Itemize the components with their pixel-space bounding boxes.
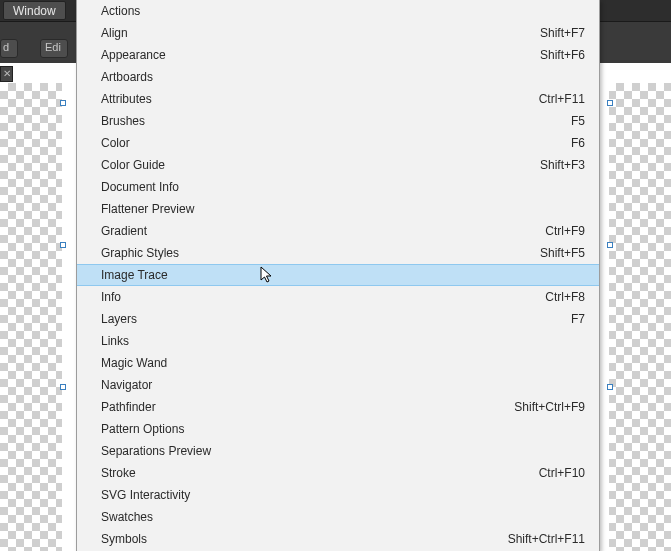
menu-item-label: Info xyxy=(101,290,545,304)
menu-item-shortcut: Shift+Ctrl+F11 xyxy=(508,532,585,546)
toolbar-button-label: d xyxy=(3,41,9,53)
menu-item-shortcut: F6 xyxy=(571,136,585,150)
menu-item-label: Stroke xyxy=(101,466,539,480)
menu-item-svg-interactivity[interactable]: SVG Interactivity xyxy=(77,484,599,506)
menu-item-label: Symbols xyxy=(101,532,508,546)
menu-item-label: Align xyxy=(101,26,540,40)
menu-item-symbols[interactable]: SymbolsShift+Ctrl+F11 xyxy=(77,528,599,550)
toolbar-button-fragment[interactable]: d xyxy=(0,39,18,58)
menu-item-label: Image Trace xyxy=(101,268,585,282)
menu-item-label: Actions xyxy=(101,4,585,18)
menu-item-label: Pattern Options xyxy=(101,422,585,436)
menu-item-label: Document Info xyxy=(101,180,585,194)
menu-item-label: Gradient xyxy=(101,224,545,238)
toolbar-button-label: Edi xyxy=(45,41,61,53)
menu-item-label: Graphic Styles xyxy=(101,246,540,260)
menu-item-separations-preview[interactable]: Separations Preview xyxy=(77,440,599,462)
selection-handle[interactable] xyxy=(607,242,613,248)
menu-item-graphic-styles[interactable]: Graphic StylesShift+F5 xyxy=(77,242,599,264)
menu-item-actions[interactable]: Actions xyxy=(77,0,599,22)
selection-handle[interactable] xyxy=(607,384,613,390)
menu-item-document-info[interactable]: Document Info xyxy=(77,176,599,198)
menu-item-appearance[interactable]: AppearanceShift+F6 xyxy=(77,44,599,66)
menu-item-color[interactable]: ColorF6 xyxy=(77,132,599,154)
menu-item-shortcut: Shift+Ctrl+F9 xyxy=(514,400,585,414)
menu-item-shortcut: Ctrl+F10 xyxy=(539,466,585,480)
menu-item-label: Color Guide xyxy=(101,158,540,172)
menu-item-color-guide[interactable]: Color GuideShift+F3 xyxy=(77,154,599,176)
menu-item-shortcut: Ctrl+F9 xyxy=(545,224,585,238)
toolbar-button-fragment[interactable]: Edi xyxy=(40,39,68,58)
menu-item-shortcut: Shift+F7 xyxy=(540,26,585,40)
menu-item-flattener-preview[interactable]: Flattener Preview xyxy=(77,198,599,220)
menu-item-label: Artboards xyxy=(101,70,585,84)
menu-item-pattern-options[interactable]: Pattern Options xyxy=(77,418,599,440)
menu-item-align[interactable]: AlignShift+F7 xyxy=(77,22,599,44)
menu-item-artboards[interactable]: Artboards xyxy=(77,66,599,88)
menu-item-swatches[interactable]: Swatches xyxy=(77,506,599,528)
menu-item-info[interactable]: InfoCtrl+F8 xyxy=(77,286,599,308)
document-tab-close[interactable]: ✕ xyxy=(0,66,13,82)
menu-item-shortcut: Shift+F6 xyxy=(540,48,585,62)
menubar-item-window[interactable]: Window xyxy=(3,1,66,20)
menu-item-label: Links xyxy=(101,334,585,348)
menu-item-stroke[interactable]: StrokeCtrl+F10 xyxy=(77,462,599,484)
menu-item-shortcut: F5 xyxy=(571,114,585,128)
menu-item-layers[interactable]: LayersF7 xyxy=(77,308,599,330)
menu-item-navigator[interactable]: Navigator xyxy=(77,374,599,396)
menu-item-label: Separations Preview xyxy=(101,444,585,458)
menu-item-label: Pathfinder xyxy=(101,400,514,414)
menu-item-pathfinder[interactable]: PathfinderShift+Ctrl+F9 xyxy=(77,396,599,418)
menu-item-brushes[interactable]: BrushesF5 xyxy=(77,110,599,132)
menu-item-shortcut: Shift+F5 xyxy=(540,246,585,260)
menu-item-shortcut: Shift+F3 xyxy=(540,158,585,172)
menu-item-label: Brushes xyxy=(101,114,571,128)
menu-item-attributes[interactable]: AttributesCtrl+F11 xyxy=(77,88,599,110)
menubar-item-label: Window xyxy=(13,4,56,18)
menu-item-shortcut: Ctrl+F8 xyxy=(545,290,585,304)
menu-item-label: Swatches xyxy=(101,510,585,524)
selection-handle[interactable] xyxy=(607,100,613,106)
menu-item-magic-wand[interactable]: Magic Wand xyxy=(77,352,599,374)
menu-item-label: Flattener Preview xyxy=(101,202,585,216)
menu-item-label: Attributes xyxy=(101,92,539,106)
menu-item-image-trace[interactable]: Image Trace xyxy=(77,264,599,286)
close-icon: ✕ xyxy=(3,68,11,79)
window-menu-dropdown[interactable]: ActionsAlignShift+F7AppearanceShift+F6Ar… xyxy=(76,0,600,551)
selection-handle[interactable] xyxy=(60,100,66,106)
menu-item-gradient[interactable]: GradientCtrl+F9 xyxy=(77,220,599,242)
menu-item-label: Layers xyxy=(101,312,571,326)
menu-item-links[interactable]: Links xyxy=(77,330,599,352)
selection-handle[interactable] xyxy=(60,242,66,248)
menu-item-label: Appearance xyxy=(101,48,540,62)
menu-item-label: Navigator xyxy=(101,378,585,392)
menu-item-label: SVG Interactivity xyxy=(101,488,585,502)
selection-handle[interactable] xyxy=(60,384,66,390)
menu-item-shortcut: Ctrl+F11 xyxy=(539,92,585,106)
menu-item-shortcut: F7 xyxy=(571,312,585,326)
menu-item-label: Magic Wand xyxy=(101,356,585,370)
menu-item-label: Color xyxy=(101,136,571,150)
